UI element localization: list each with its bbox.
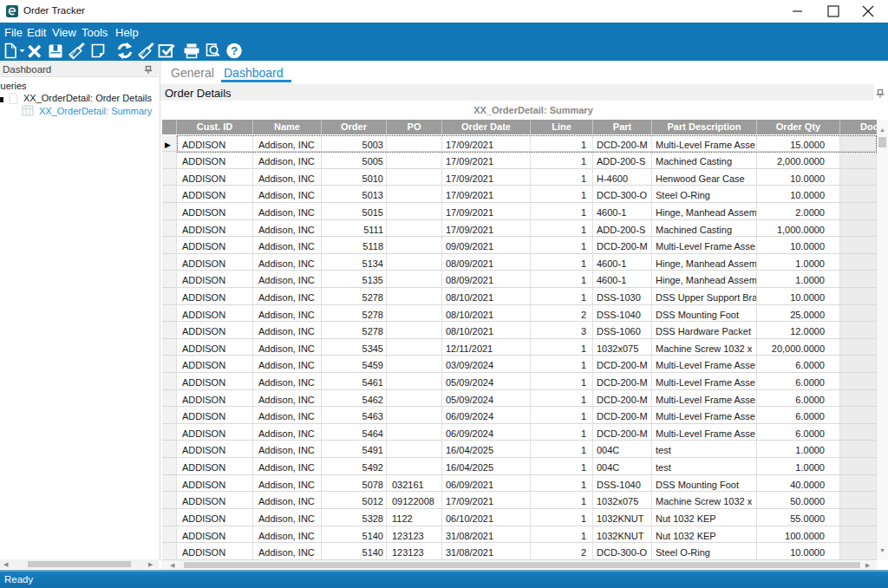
svg-text:?: ? [231,44,238,57]
